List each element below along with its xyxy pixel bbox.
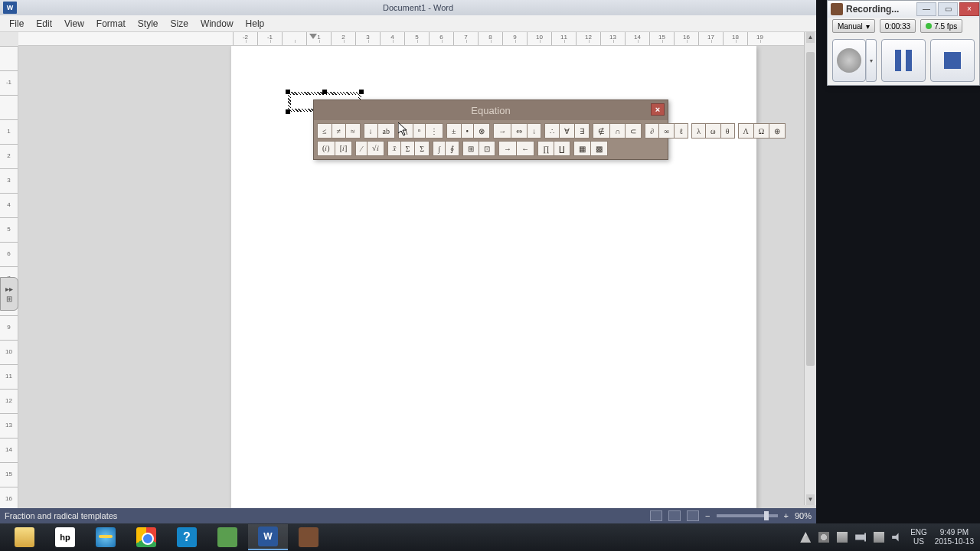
equation-symbol-button[interactable]: λ <box>691 123 706 139</box>
equation-symbol-button[interactable]: 𝑥̄ <box>387 141 401 156</box>
equation-symbol-button[interactable]: [𝑖] <box>335 141 353 156</box>
maximize-button[interactable]: ▭ <box>938 2 958 16</box>
equation-symbol-button[interactable]: ▦ <box>573 141 591 156</box>
zoom-slider[interactable] <box>717 514 778 517</box>
equation-symbol-button[interactable]: θ <box>721 123 735 139</box>
equation-symbol-button[interactable]: ∂ <box>645 123 659 139</box>
resize-handle[interactable] <box>286 90 290 94</box>
battery-icon[interactable] <box>855 532 866 543</box>
equation-symbol-button[interactable]: ∖ <box>398 123 413 139</box>
side-panel-tab[interactable]: ▸▸ ⊞ <box>0 277 18 311</box>
equation-symbol-button[interactable]: ± <box>446 123 462 139</box>
title-bar[interactable]: W Document1 - Word <box>0 0 816 15</box>
taskbar-chrome[interactable] <box>126 524 166 550</box>
scroll-thumb[interactable] <box>806 52 815 366</box>
close-button[interactable]: × <box>651 103 665 116</box>
tray-app-icon[interactable] <box>818 532 829 543</box>
resize-handle[interactable] <box>322 90 327 94</box>
scroll-down-icon[interactable]: ▼ <box>806 494 815 505</box>
equation-symbol-button[interactable]: → <box>493 123 511 139</box>
taskbar[interactable]: hp?W ENGUS 9:49 PM2015-10-13 <box>0 523 980 551</box>
close-button[interactable]: × <box>959 2 979 16</box>
view-print-button[interactable] <box>650 510 662 521</box>
zoom-out-icon[interactable]: − <box>705 511 710 520</box>
view-read-button[interactable] <box>668 510 681 521</box>
equation-symbol-button[interactable]: ∴ <box>544 123 560 139</box>
menu-size[interactable]: Size <box>165 17 194 31</box>
show-hidden-icons-icon[interactable] <box>800 532 811 543</box>
equation-symbol-button[interactable]: ∮ <box>446 141 459 156</box>
zoom-thumb[interactable] <box>764 511 769 520</box>
equation-symbol-button[interactable]: ⁄ <box>355 141 368 156</box>
equation-symbol-button[interactable]: → <box>498 141 517 156</box>
taskbar-word[interactable]: W <box>248 524 288 550</box>
taskbar-file-explorer[interactable] <box>5 524 44 550</box>
menu-format[interactable]: Format <box>90 17 132 31</box>
taskbar-help[interactable]: ? <box>167 524 207 550</box>
equation-symbol-button[interactable]: Σ <box>401 141 416 156</box>
menu-window[interactable]: Window <box>194 17 240 31</box>
equation-symbol-button[interactable]: ⊗ <box>474 123 490 139</box>
resize-handle[interactable] <box>286 109 290 114</box>
equation-symbol-button[interactable]: ∫ <box>433 141 446 156</box>
equation-symbol-button[interactable]: ab <box>378 123 395 139</box>
equation-symbol-button[interactable]: Ω <box>754 123 769 139</box>
equation-symbol-button[interactable]: ∩ <box>610 123 626 139</box>
stop-button[interactable] <box>930 39 975 82</box>
network-icon[interactable] <box>874 532 884 543</box>
equation-symbol-button[interactable]: ω <box>706 123 721 139</box>
equation-symbol-button[interactable]: ≈ <box>346 123 361 139</box>
clock[interactable]: 9:49 PM2015-10-13 <box>935 528 974 546</box>
record-dropdown[interactable]: ▾ <box>866 39 877 82</box>
equation-symbol-button[interactable]: ∃ <box>575 123 590 139</box>
equation-symbol-button[interactable]: ∉ <box>593 123 610 139</box>
equation-symbol-button[interactable]: ▩ <box>591 141 608 156</box>
equation-symbol-button[interactable]: ⊞ <box>462 141 479 156</box>
menu-edit[interactable]: Edit <box>30 17 58 31</box>
taskbar-recorder[interactable] <box>289 524 328 550</box>
equation-symbol-button[interactable]: ∏ <box>537 141 554 156</box>
view-web-button[interactable] <box>687 510 699 521</box>
equation-symbol-button[interactable]: ⋮ <box>426 123 443 139</box>
taskbar-internet-explorer[interactable] <box>86 524 126 550</box>
equation-titlebar[interactable]: Equation × <box>314 100 668 120</box>
equation-symbol-button[interactable]: ∞ <box>659 123 675 139</box>
equation-symbol-button[interactable]: ⁿ <box>413 123 426 139</box>
equation-symbol-button[interactable]: ∐ <box>554 141 570 156</box>
equation-symbol-button[interactable]: ⇔ <box>511 123 528 139</box>
resize-handle[interactable] <box>359 90 364 94</box>
menu-view[interactable]: View <box>58 17 90 31</box>
equation-symbol-button[interactable]: ⊡ <box>479 141 495 156</box>
equation-symbol-button[interactable]: (𝑖) <box>317 141 335 156</box>
menu-file[interactable]: File <box>3 17 30 31</box>
horizontal-ruler[interactable]: -2-112345678910111213141516171819 <box>18 32 816 46</box>
equation-symbol-button[interactable]: ≤ <box>317 123 332 139</box>
equation-symbol-button[interactable]: ≠ <box>332 123 347 139</box>
vertical-scrollbar[interactable]: ▲ ▼ <box>804 32 816 505</box>
equation-symbol-button[interactable]: ∀ <box>560 123 575 139</box>
equation-symbol-button[interactable]: Λ <box>738 123 754 139</box>
menu-help[interactable]: Help <box>240 17 271 31</box>
taskbar-notepad[interactable] <box>207 524 247 550</box>
menu-style[interactable]: Style <box>132 17 165 31</box>
equation-symbol-button[interactable]: ↓ <box>364 123 378 139</box>
taskbar-hp[interactable]: hp <box>45 524 85 550</box>
equation-symbol-button[interactable]: ⊕ <box>769 123 786 139</box>
equation-symbol-button[interactable]: ⊂ <box>626 123 642 139</box>
equation-toolbar[interactable]: Equation × ≤≠≈↓ab∖ⁿ⋮±•⊗→⇔↓∴∀∃∉∩⊂∂∞ℓλωθΛΩ… <box>313 99 668 160</box>
margin-marker-icon[interactable] <box>309 34 317 39</box>
equation-symbol-button[interactable]: ↓ <box>528 123 541 139</box>
equation-symbol-button[interactable]: • <box>462 123 475 139</box>
minimize-button[interactable]: — <box>916 2 936 16</box>
scroll-up-icon[interactable]: ▲ <box>806 32 815 43</box>
recorder-window[interactable]: Recording... — ▭ × Manual▾ 0:00:33 7.5 f… <box>827 0 980 86</box>
pause-button[interactable] <box>881 39 926 82</box>
equation-symbol-button[interactable]: √𝑖 <box>368 141 384 156</box>
zoom-in-icon[interactable]: + <box>784 511 789 520</box>
equation-symbol-button[interactable]: ← <box>517 141 534 156</box>
onedrive-icon[interactable] <box>837 532 848 543</box>
record-button[interactable]: ▾ <box>832 39 877 82</box>
zoom-level[interactable]: 90% <box>795 511 812 520</box>
volume-icon[interactable] <box>892 532 903 543</box>
mode-dropdown[interactable]: Manual▾ <box>832 19 875 33</box>
